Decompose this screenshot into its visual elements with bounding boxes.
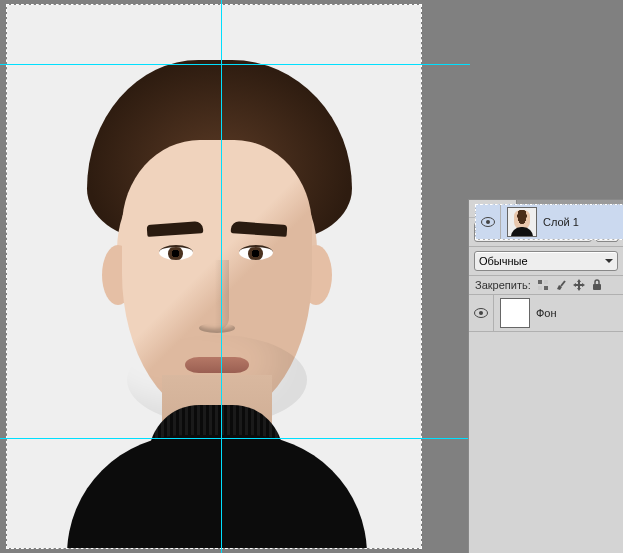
blend-mode-value: Обычные [479,255,528,267]
svg-point-14 [479,311,483,315]
blend-mode-combo[interactable]: Обычные [474,251,618,271]
blend-mode-row: Обычные [469,247,623,276]
editor-workarea: Слои Вид Обычные Закрепить: [0,0,623,553]
lock-row: Закрепить: [469,276,623,295]
lock-move-icon[interactable] [573,279,585,291]
layer-row[interactable]: Фон [469,295,623,332]
svg-rect-8 [544,286,548,290]
svg-rect-10 [593,284,601,290]
guide-horizontal-top[interactable] [0,64,470,65]
guide-vertical[interactable] [221,0,222,553]
layers-panel: Слои Вид Обычные Закрепить: [468,199,623,553]
guide-horizontal-bottom[interactable] [0,438,470,439]
svg-rect-6 [544,280,548,284]
layer-name[interactable]: Фон [536,307,557,319]
lock-brush-icon[interactable] [555,279,567,291]
lock-pixels-icon[interactable] [537,279,549,291]
layer-list: Слой 1Фон [469,295,623,553]
visibility-icon [474,308,488,318]
lock-label: Закрепить: [475,279,531,291]
visibility-toggle[interactable] [469,295,494,331]
selection-marquee[interactable] [6,4,422,549]
layer-thumbnail[interactable] [500,298,530,328]
svg-rect-5 [538,280,542,284]
lock-all-icon[interactable] [591,279,603,291]
svg-line-9 [561,281,565,286]
svg-rect-7 [538,286,542,290]
